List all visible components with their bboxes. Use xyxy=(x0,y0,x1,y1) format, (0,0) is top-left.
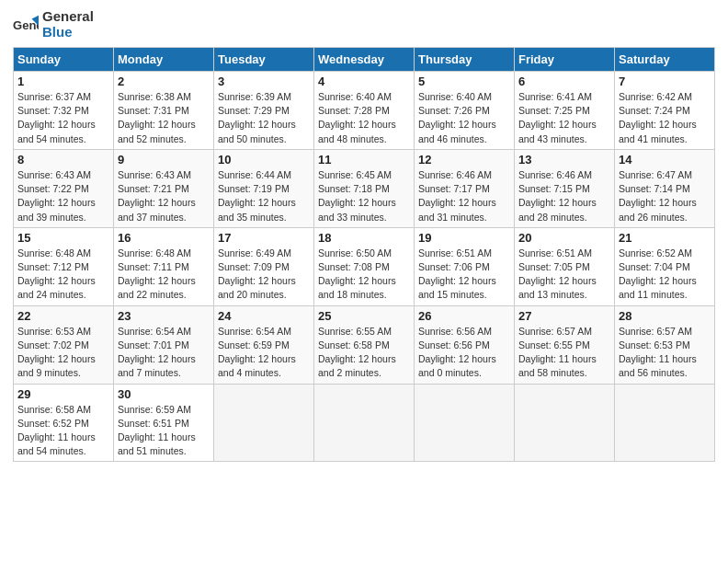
calendar-week-5: 29 Sunrise: 6:58 AM Sunset: 6:52 PM Dayl… xyxy=(14,384,715,462)
day-number: 28 xyxy=(619,309,711,323)
logo-icon: General xyxy=(13,12,39,38)
day-number: 18 xyxy=(318,231,410,245)
daylight-label: Daylight: 11 hours and 56 minutes. xyxy=(619,353,697,378)
logo-blue: Blue xyxy=(42,24,73,40)
sunset-label: Sunset: 6:51 PM xyxy=(118,418,189,429)
daylight-label: Daylight: 12 hours and 9 minutes. xyxy=(17,353,96,378)
calendar-cell: 3 Sunrise: 6:39 AM Sunset: 7:29 PM Dayli… xyxy=(214,72,314,150)
day-info: Sunrise: 6:58 AM Sunset: 6:52 PM Dayligh… xyxy=(17,403,109,459)
calendar-cell: 6 Sunrise: 6:41 AM Sunset: 7:25 PM Dayli… xyxy=(515,72,615,150)
sunrise-label: Sunrise: 6:40 AM xyxy=(418,91,492,102)
daylight-label: Daylight: 12 hours and 22 minutes. xyxy=(118,275,196,300)
calendar-header-row: SundayMondayTuesdayWednesdayThursdayFrid… xyxy=(14,48,715,72)
daylight-label: Daylight: 12 hours and 35 minutes. xyxy=(218,197,296,222)
day-number: 2 xyxy=(118,75,210,88)
daylight-label: Daylight: 12 hours and 33 minutes. xyxy=(318,197,396,222)
daylight-label: Daylight: 12 hours and 4 minutes. xyxy=(218,353,296,378)
day-info: Sunrise: 6:43 AM Sunset: 7:22 PM Dayligh… xyxy=(17,168,109,224)
sunset-label: Sunset: 7:02 PM xyxy=(17,339,89,350)
calendar-header-thursday: Thursday xyxy=(415,48,515,72)
page-container: General General Blue SundayMondayTuesday… xyxy=(0,0,728,471)
calendar-week-1: 1 Sunrise: 6:37 AM Sunset: 7:32 PM Dayli… xyxy=(14,72,715,150)
day-number: 3 xyxy=(218,75,310,88)
sunset-label: Sunset: 7:32 PM xyxy=(17,105,89,116)
calendar-cell: 30 Sunrise: 6:59 AM Sunset: 6:51 PM Dayl… xyxy=(114,384,214,462)
daylight-label: Daylight: 12 hours and 24 minutes. xyxy=(17,275,96,300)
sunrise-label: Sunrise: 6:50 AM xyxy=(318,247,392,259)
day-info: Sunrise: 6:57 AM Sunset: 6:53 PM Dayligh… xyxy=(619,325,711,381)
calendar-cell: 7 Sunrise: 6:42 AM Sunset: 7:24 PM Dayli… xyxy=(615,72,715,150)
sunrise-label: Sunrise: 6:51 AM xyxy=(418,247,492,259)
daylight-label: Daylight: 12 hours and 41 minutes. xyxy=(619,119,697,144)
day-info: Sunrise: 6:51 AM Sunset: 7:06 PM Dayligh… xyxy=(418,247,510,303)
day-number: 26 xyxy=(418,309,510,323)
calendar-cell: 13 Sunrise: 6:46 AM Sunset: 7:15 PM Dayl… xyxy=(515,149,615,227)
sunrise-label: Sunrise: 6:38 AM xyxy=(118,91,191,102)
day-info: Sunrise: 6:54 AM Sunset: 6:59 PM Dayligh… xyxy=(218,325,310,381)
day-number: 16 xyxy=(118,231,210,245)
logo-general: General xyxy=(42,8,94,24)
day-number: 9 xyxy=(118,153,210,167)
day-info: Sunrise: 6:44 AM Sunset: 7:19 PM Dayligh… xyxy=(218,168,310,224)
calendar-cell: 25 Sunrise: 6:55 AM Sunset: 6:58 PM Dayl… xyxy=(314,305,415,384)
calendar-cell: 1 Sunrise: 6:37 AM Sunset: 7:32 PM Dayli… xyxy=(14,72,114,150)
logo: General General Blue xyxy=(13,9,94,40)
calendar-header-friday: Friday xyxy=(515,48,615,72)
sunrise-label: Sunrise: 6:45 AM xyxy=(318,169,392,180)
page-header: General General Blue xyxy=(13,9,715,40)
day-info: Sunrise: 6:46 AM Sunset: 7:17 PM Dayligh… xyxy=(418,168,510,224)
day-info: Sunrise: 6:45 AM Sunset: 7:18 PM Dayligh… xyxy=(318,168,410,224)
sunset-label: Sunset: 7:05 PM xyxy=(518,261,590,272)
calendar-cell: 14 Sunrise: 6:47 AM Sunset: 7:14 PM Dayl… xyxy=(615,149,715,227)
day-number: 12 xyxy=(418,153,510,167)
daylight-label: Daylight: 12 hours and 18 minutes. xyxy=(318,275,396,300)
sunset-label: Sunset: 6:53 PM xyxy=(619,339,690,350)
daylight-label: Daylight: 12 hours and 13 minutes. xyxy=(518,275,597,300)
calendar-cell: 20 Sunrise: 6:51 AM Sunset: 7:05 PM Dayl… xyxy=(515,227,615,305)
calendar-header-wednesday: Wednesday xyxy=(314,48,415,72)
day-info: Sunrise: 6:52 AM Sunset: 7:04 PM Dayligh… xyxy=(619,247,711,303)
day-number: 4 xyxy=(318,75,410,88)
day-info: Sunrise: 6:46 AM Sunset: 7:15 PM Dayligh… xyxy=(518,168,610,224)
daylight-label: Daylight: 12 hours and 50 minutes. xyxy=(218,119,296,144)
sunrise-label: Sunrise: 6:57 AM xyxy=(518,326,592,337)
sunset-label: Sunset: 7:06 PM xyxy=(418,261,490,272)
day-number: 25 xyxy=(318,309,410,323)
daylight-label: Daylight: 12 hours and 43 minutes. xyxy=(518,119,597,144)
calendar-header-saturday: Saturday xyxy=(615,48,715,72)
daylight-label: Daylight: 11 hours and 58 minutes. xyxy=(518,353,597,378)
day-info: Sunrise: 6:47 AM Sunset: 7:14 PM Dayligh… xyxy=(619,168,711,224)
sunset-label: Sunset: 7:01 PM xyxy=(118,339,189,350)
sunset-label: Sunset: 7:19 PM xyxy=(218,183,290,194)
day-info: Sunrise: 6:37 AM Sunset: 7:32 PM Dayligh… xyxy=(17,90,109,146)
sunset-label: Sunset: 7:26 PM xyxy=(418,105,490,116)
calendar-cell: 21 Sunrise: 6:52 AM Sunset: 7:04 PM Dayl… xyxy=(615,227,715,305)
day-info: Sunrise: 6:42 AM Sunset: 7:24 PM Dayligh… xyxy=(619,90,711,146)
daylight-label: Daylight: 12 hours and 31 minutes. xyxy=(418,197,496,222)
daylight-label: Daylight: 12 hours and 28 minutes. xyxy=(518,197,597,222)
calendar-header-tuesday: Tuesday xyxy=(214,48,314,72)
calendar-cell: 27 Sunrise: 6:57 AM Sunset: 6:55 PM Dayl… xyxy=(515,305,615,384)
day-info: Sunrise: 6:51 AM Sunset: 7:05 PM Dayligh… xyxy=(518,247,610,303)
day-number: 7 xyxy=(619,75,711,88)
day-info: Sunrise: 6:49 AM Sunset: 7:09 PM Dayligh… xyxy=(218,247,310,303)
sunset-label: Sunset: 7:04 PM xyxy=(619,261,690,272)
calendar-cell xyxy=(314,384,415,462)
day-number: 5 xyxy=(418,75,510,88)
sunset-label: Sunset: 7:24 PM xyxy=(619,105,690,116)
daylight-label: Daylight: 12 hours and 20 minutes. xyxy=(218,275,296,300)
daylight-label: Daylight: 12 hours and 37 minutes. xyxy=(118,197,196,222)
calendar-cell: 12 Sunrise: 6:46 AM Sunset: 7:17 PM Dayl… xyxy=(415,149,515,227)
sunset-label: Sunset: 7:18 PM xyxy=(318,183,390,194)
day-number: 11 xyxy=(318,153,410,167)
sunset-label: Sunset: 7:11 PM xyxy=(118,261,189,272)
day-info: Sunrise: 6:41 AM Sunset: 7:25 PM Dayligh… xyxy=(518,90,610,146)
calendar-cell: 19 Sunrise: 6:51 AM Sunset: 7:06 PM Dayl… xyxy=(415,227,515,305)
daylight-label: Daylight: 12 hours and 15 minutes. xyxy=(418,275,496,300)
sunrise-label: Sunrise: 6:44 AM xyxy=(218,169,291,180)
sunset-label: Sunset: 7:22 PM xyxy=(17,183,89,194)
daylight-label: Daylight: 12 hours and 0 minutes. xyxy=(418,353,496,378)
sunrise-label: Sunrise: 6:54 AM xyxy=(218,326,291,337)
sunset-label: Sunset: 7:17 PM xyxy=(418,183,490,194)
daylight-label: Daylight: 12 hours and 26 minutes. xyxy=(619,197,697,222)
